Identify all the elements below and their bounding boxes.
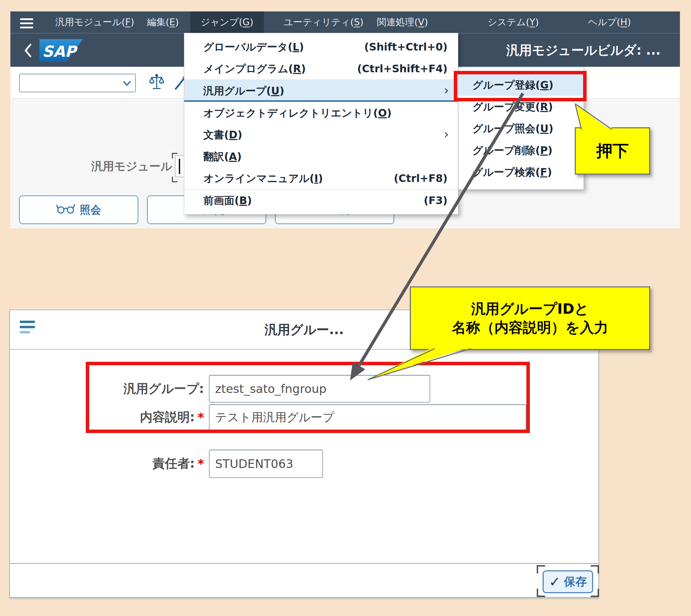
shortcut-hint: (Ctrl+F8) bbox=[394, 167, 448, 189]
jump-menu-item-L[interactable]: グローバルデータ(L)(Shift+Ctrl+0) bbox=[184, 36, 458, 58]
display-button-label: 照会 bbox=[80, 203, 101, 217]
jump-menu-item-O[interactable]: オブジェクトディレクトリエントリ(O) bbox=[184, 102, 458, 124]
text-cursor bbox=[179, 159, 180, 174]
submenu-item-F[interactable]: グループ検索(F) bbox=[459, 161, 583, 183]
submenu-arrow-icon: › bbox=[444, 123, 449, 145]
glasses-icon bbox=[56, 203, 75, 217]
annotation-red-box-menu bbox=[454, 71, 587, 101]
sap-logo-text: SAP bbox=[42, 43, 78, 60]
save-button[interactable]: ✓ 保存 bbox=[543, 570, 593, 593]
jump-menu-item-I[interactable]: オンラインマニュアル(I)(Ctrl+F8) bbox=[184, 167, 458, 189]
jump-menu-item-D[interactable]: 文書(D)› bbox=[184, 124, 458, 146]
sap-logo: SAP bbox=[39, 39, 83, 63]
submenu-item-U[interactable]: グループ照会(U) bbox=[459, 118, 583, 139]
press-callout: 押下 bbox=[575, 127, 650, 175]
responsible-input[interactable] bbox=[209, 450, 323, 478]
focus-corner bbox=[172, 177, 177, 182]
scales-icon[interactable] bbox=[149, 74, 165, 92]
menu-bar: 汎用モジュール(F)編集(E)ジャンプ(G)ユーティリティ(S)関連処理(V)シ… bbox=[10, 11, 680, 33]
annotation-red-box-fields bbox=[86, 362, 530, 433]
command-combobox[interactable] bbox=[19, 74, 136, 92]
footer-divider bbox=[10, 563, 598, 564]
menubar-item-G[interactable]: ジャンプ(G) bbox=[190, 11, 264, 33]
check-icon: ✓ bbox=[549, 575, 561, 589]
menubar-item-F[interactable]: 汎用モジュール(F) bbox=[55, 11, 134, 33]
jump-menu-item-B[interactable]: 前画面(B)(F3) bbox=[184, 190, 458, 211]
shortcut-hint: (Ctrl+Shift+F4) bbox=[357, 58, 448, 80]
jump-menu-item-R[interactable]: メインプログラム(R)(Ctrl+Shift+F4) bbox=[184, 58, 458, 80]
menubar-item-E[interactable]: 編集(E) bbox=[147, 11, 179, 33]
command-input[interactable] bbox=[20, 74, 117, 92]
jump-dropdown-menu: グローバルデータ(L)(Shift+Ctrl+0)メインプログラム(R)(Ctr… bbox=[184, 33, 458, 214]
responsible-label: 責任者: * bbox=[79, 449, 204, 478]
function-group-dialog: 汎用グルー... 汎用グループ: * 内容説明: * 責任者: * ✓ 保存 bbox=[9, 310, 599, 598]
submenu-arrow-icon: › bbox=[444, 79, 449, 101]
page-title: 汎用モジュールビルダ: ... bbox=[506, 34, 661, 67]
function-module-label: 汎用モジュール bbox=[48, 156, 172, 176]
menubar-item-H[interactable]: ヘルプ(H) bbox=[588, 11, 631, 33]
jump-menu-item-U[interactable]: 汎用グループ(U)› bbox=[184, 80, 458, 102]
menubar-item-Y[interactable]: システム(Y) bbox=[488, 11, 539, 33]
hamburger-icon[interactable] bbox=[20, 18, 33, 28]
focus-corner bbox=[172, 153, 177, 158]
required-asterisk: * bbox=[197, 457, 204, 471]
screenshot-canvas: 汎用モジュール(F)編集(E)ジャンプ(G)ユーティリティ(S)関連処理(V)シ… bbox=[0, 0, 691, 616]
back-icon[interactable] bbox=[24, 43, 33, 59]
save-button-label: 保存 bbox=[564, 574, 587, 590]
shortcut-hint: (Shift+Ctrl+0) bbox=[364, 36, 448, 58]
display-button[interactable]: 照会 bbox=[19, 195, 138, 224]
menubar-item-S[interactable]: ユーティリティ(S) bbox=[284, 11, 363, 33]
input-instruction-callout: 汎用グループIDと 名称（内容説明）を入力 bbox=[410, 286, 650, 350]
menubar-item-V[interactable]: 関連処理(V) bbox=[377, 11, 428, 33]
jump-menu-item-A[interactable]: 翻訳(A) bbox=[184, 146, 458, 167]
chevron-down-icon[interactable] bbox=[123, 81, 131, 88]
shortcut-hint: (F3) bbox=[424, 190, 448, 211]
submenu-item-P[interactable]: グループ削除(P) bbox=[459, 139, 583, 161]
